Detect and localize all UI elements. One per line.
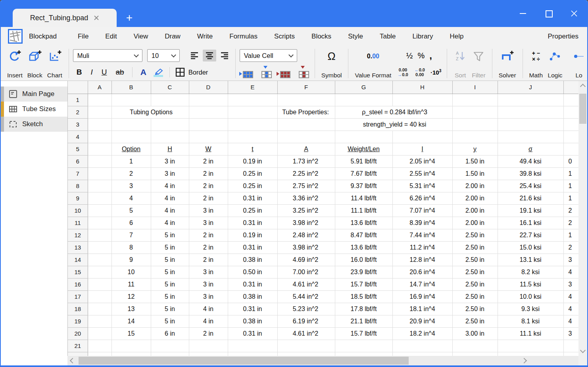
data-cell[interactable]: 5 in <box>151 254 189 266</box>
column-header-B[interactable]: B <box>111 81 151 94</box>
data-cell[interactable]: 2.50 in <box>452 303 498 315</box>
cell[interactable] <box>452 118 498 131</box>
column-header-A[interactable]: A <box>88 81 111 94</box>
data-cell[interactable]: 0.31 in <box>228 327 277 340</box>
strikethrough-button[interactable]: ab <box>112 68 128 77</box>
menu-item-style[interactable]: Style <box>340 33 371 40</box>
data-cell[interactable]: 4 in <box>189 315 228 327</box>
vertical-scroll-thumb[interactable] <box>579 94 586 124</box>
data-cell[interactable]: 2.48 in^2 <box>277 229 335 241</box>
cell[interactable] <box>277 118 335 131</box>
scroll-left-icon[interactable] <box>70 358 75 363</box>
data-cell[interactable]: 19.1 ksi <box>498 204 563 217</box>
cell[interactable] <box>189 106 228 118</box>
data-cell[interactable]: 15.0 ksi <box>498 241 563 254</box>
cell[interactable] <box>228 131 277 143</box>
menu-item-table[interactable]: Table <box>371 33 404 40</box>
data-cell[interactable]: 0.38 in <box>228 290 277 303</box>
cell[interactable] <box>88 106 111 118</box>
data-cell[interactable]: 3 in <box>189 290 228 303</box>
menu-item-write[interactable]: Write <box>189 33 221 40</box>
data-cell-clipped[interactable]: 4 <box>563 303 578 315</box>
math-button[interactable]: + −× ÷ Math <box>527 47 545 80</box>
data-cell[interactable]: 3.36 in^2 <box>277 192 335 204</box>
cell[interactable] <box>151 131 189 143</box>
data-cell[interactable]: 10 <box>111 266 151 278</box>
sheet-title-cell[interactable]: Tubing Options <box>111 106 189 118</box>
table-header-cell[interactable]: Weight/Len <box>335 143 392 155</box>
data-cell[interactable]: 1.50 in <box>452 155 498 167</box>
data-cell[interactable]: 0.19 in <box>228 155 277 167</box>
cell[interactable] <box>498 94 563 106</box>
data-cell[interactable]: 2.00 in <box>452 192 498 204</box>
data-cell-clipped[interactable]: 3 <box>563 254 578 266</box>
column-header-F[interactable]: F <box>277 81 335 94</box>
data-cell[interactable]: 12 <box>111 290 151 303</box>
cell[interactable] <box>563 143 578 155</box>
cell[interactable] <box>151 94 189 106</box>
data-cell[interactable]: 5 in <box>151 315 189 327</box>
data-cell[interactable]: 2 in <box>189 155 228 167</box>
comma-format-button[interactable]: , <box>429 50 432 61</box>
data-cell[interactable]: 7.00 in^2 <box>277 266 335 278</box>
row-header-1[interactable]: 1 <box>68 94 88 106</box>
data-cell[interactable]: 10.0 ksi <box>498 290 563 303</box>
cell[interactable] <box>335 340 392 352</box>
data-cell[interactable]: 16.1 ksi <box>498 217 563 229</box>
cell[interactable] <box>88 118 111 131</box>
cell[interactable] <box>111 340 151 352</box>
clipped-toolbar-button[interactable]: Lo <box>565 47 587 80</box>
data-cell[interactable]: 2.00 in <box>452 204 498 217</box>
data-cell[interactable]: 14.7 in^4 <box>392 278 452 290</box>
data-cell[interactable]: 4 in <box>151 217 189 229</box>
data-cell[interactable]: 4.61 in^2 <box>277 327 335 340</box>
row-header-2[interactable]: 2 <box>68 106 88 118</box>
data-cell[interactable]: 5.31 in^4 <box>392 180 452 192</box>
data-cell[interactable]: 4 in <box>151 180 189 192</box>
data-cell[interactable]: 11.5 ksi <box>498 278 563 290</box>
cell[interactable] <box>88 143 111 155</box>
close-button[interactable] <box>571 10 578 17</box>
row-header-14[interactable]: 14 <box>68 254 88 266</box>
data-cell[interactable]: 3 in <box>151 167 189 180</box>
data-cell[interactable]: 5 <box>111 204 151 217</box>
row-header-5[interactable]: 5 <box>68 143 88 155</box>
cell[interactable] <box>151 352 189 356</box>
cell[interactable] <box>111 352 151 356</box>
table-header-cell[interactable]: Option <box>111 143 151 155</box>
cell[interactable] <box>88 303 111 315</box>
data-cell-clipped[interactable]: 1 <box>563 229 578 241</box>
data-cell[interactable]: 9.37 lbf/ft <box>335 180 392 192</box>
border-button[interactable] <box>174 66 186 78</box>
grid-corner[interactable] <box>68 81 88 94</box>
cell[interactable] <box>88 204 111 217</box>
data-cell-clipped[interactable]: 1 <box>563 180 578 192</box>
font-size-select[interactable]: 10 <box>147 49 180 62</box>
data-cell[interactable]: 2.75 in^2 <box>277 180 335 192</box>
data-cell[interactable]: 3.25 in^2 <box>277 204 335 217</box>
data-cell[interactable]: 9 <box>111 254 151 266</box>
menu-item-scripts[interactable]: Scripts <box>266 33 303 40</box>
column-header-I[interactable]: I <box>452 81 498 94</box>
cell[interactable] <box>88 192 111 204</box>
data-cell[interactable]: 18.2 in^4 <box>392 327 452 340</box>
data-cell[interactable]: 3 in <box>151 155 189 167</box>
cell[interactable] <box>88 290 111 303</box>
cell[interactable] <box>392 94 452 106</box>
table-header-cell[interactable]: W <box>189 143 228 155</box>
cell[interactable] <box>151 340 189 352</box>
menu-item-library[interactable]: Library <box>404 33 442 40</box>
block-button[interactable]: Block <box>25 47 45 80</box>
data-cell-clipped[interactable]: 2 <box>563 241 578 254</box>
cell[interactable] <box>88 131 111 143</box>
cell[interactable] <box>498 352 563 356</box>
row-header-21[interactable]: 21 <box>68 340 88 352</box>
row-header-19[interactable]: 19 <box>68 315 88 327</box>
sidebar-item-sketch[interactable]: Sketch <box>1 117 67 132</box>
cell[interactable] <box>111 131 151 143</box>
scroll-up-icon[interactable] <box>580 84 586 89</box>
cell[interactable] <box>88 155 111 167</box>
row-header-4[interactable]: 4 <box>68 131 88 143</box>
cell[interactable] <box>563 106 578 118</box>
data-cell[interactable]: 13.6 lbf/ft <box>335 241 392 254</box>
